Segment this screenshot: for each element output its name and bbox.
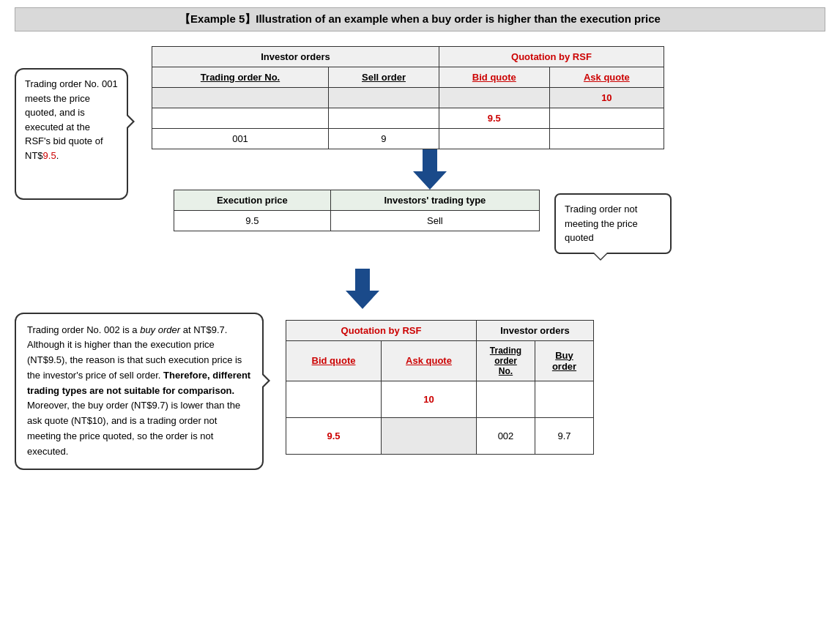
- bottom-row2-order: 002: [477, 417, 535, 454]
- arrow-down-2: [344, 269, 381, 309]
- bottom-row2-ask: [382, 417, 477, 454]
- type-value: Sell: [330, 211, 539, 231]
- bottom-section: Trading order No. 002 is a buy order at …: [15, 269, 825, 470]
- col-exec: Execution price: [174, 190, 331, 211]
- exec-value: 9.5: [174, 211, 331, 231]
- bottom-table: Quotation by RSF Investor orders Bid quo…: [286, 320, 594, 455]
- top-bubble-text: Trading order No. 001 meets the price qu…: [25, 78, 118, 161]
- col-bid: Bid quote: [439, 67, 549, 88]
- not-meeting-text: Trading order not meeting the price quot…: [565, 204, 638, 243]
- header-rsf: Quotation by RSF: [439, 47, 664, 67]
- row1-empty-sell2: [329, 108, 439, 129]
- row1-ask-empty: [549, 129, 664, 149]
- row1-bid-empty: [439, 129, 549, 149]
- row1-empty-order2: [152, 108, 329, 129]
- row1-sell: 9: [329, 129, 439, 149]
- row1-order: 001: [152, 129, 329, 149]
- orders-table: Investor orders Quotation by RSF Trading…: [152, 46, 664, 149]
- bottom-col-order-no: Trading order No.: [477, 340, 535, 381]
- bottom-right-area: Quotation by RSF Investor orders Bid quo…: [286, 269, 825, 455]
- main-container: Trading order No. 001 meets the price qu…: [15, 46, 825, 470]
- bottom-row1-bid: [286, 381, 382, 417]
- bottom-row2-buy: 9.7: [535, 417, 594, 454]
- bottom-bubble-text: Trading order No. 002 is a buy order at …: [27, 324, 250, 457]
- row1-empty-order: [152, 88, 329, 108]
- row1-empty-ask2: [549, 108, 664, 129]
- bottom-ask-value: 10: [382, 381, 477, 417]
- exec-area: Execution price Investors' trading type …: [174, 190, 825, 254]
- col-sell: Sell order: [329, 67, 439, 88]
- not-meeting-box: Trading order not meeting the price quot…: [554, 193, 672, 254]
- bottom-row1-order: [477, 381, 535, 417]
- ask-value: 10: [549, 88, 664, 108]
- bottom-row1-buy: [535, 381, 594, 417]
- exec-table: Execution price Investors' trading type …: [174, 190, 540, 231]
- page-title: 【Example 5】Illustration of an example wh…: [15, 7, 825, 31]
- arrow-down-1-area: [174, 149, 686, 190]
- col-ask: Ask quote: [549, 67, 664, 88]
- bottom-col-buy: Buy order: [535, 340, 594, 381]
- col-order-no: Trading order No.: [152, 67, 329, 88]
- top-bubble-highlight: 9.5: [43, 150, 56, 161]
- svg-marker-1: [346, 269, 379, 309]
- col-type: Investors' trading type: [330, 190, 539, 211]
- arrow-down-1: [412, 149, 448, 190]
- bottom-speech-bubble: Trading order No. 002 is a buy order at …: [15, 313, 264, 470]
- top-speech-bubble: Trading order No. 001 meets the price qu…: [15, 68, 128, 200]
- bid-value: 9.5: [439, 108, 549, 129]
- bottom-bid-value: 9.5: [286, 417, 382, 454]
- row1-empty-sell: [329, 88, 439, 108]
- bottom-col-bid: Bid quote: [286, 340, 382, 381]
- top-right-area: Investor orders Quotation by RSF Trading…: [152, 46, 825, 254]
- svg-marker-0: [413, 149, 447, 190]
- top-section: Trading order No. 001 meets the price qu…: [15, 46, 825, 254]
- row1-empty-bid: [439, 88, 549, 108]
- header-investor: Investor orders: [152, 47, 439, 67]
- bottom-header-inv: Investor orders: [477, 320, 594, 340]
- arrow-down-2-area: [344, 269, 381, 309]
- bottom-header-rsf: Quotation by RSF: [286, 320, 477, 340]
- bottom-col-ask: Ask quote: [382, 340, 477, 381]
